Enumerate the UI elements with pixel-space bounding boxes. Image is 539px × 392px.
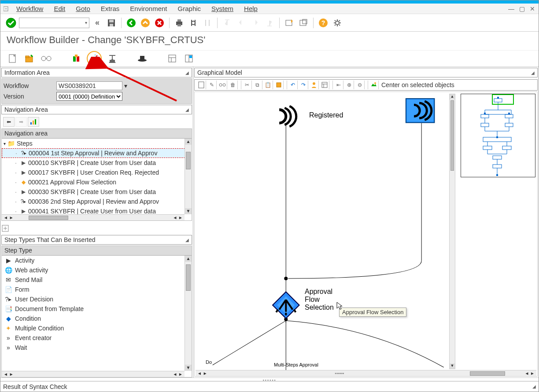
expand-icon[interactable] (1, 224, 9, 232)
find-icon[interactable] (187, 17, 199, 29)
svg-rect-34 (30, 122, 32, 125)
glasses-icon[interactable] (40, 52, 52, 65)
app-menu-icon[interactable] (3, 5, 10, 12)
layout1-icon[interactable] (166, 52, 178, 65)
steptype-item[interactable]: ?▸User Decision (2, 294, 192, 304)
menu-goto[interactable]: Goto (71, 4, 95, 13)
dropdown-icon[interactable]: ▾ (124, 82, 127, 89)
tree-item[interactable]: ·▶000030 SKYBFR | Create User from User … (2, 187, 192, 197)
statusbar-corner-icon[interactable]: ◢ (532, 384, 536, 389)
steptype-item[interactable]: ◆Condition (2, 314, 192, 323)
gm-paste-icon[interactable]: 📋 (263, 81, 273, 89)
hat-icon[interactable] (136, 52, 148, 65)
gm-edit-icon[interactable]: ✎ (207, 81, 217, 89)
secondary-toolbar (0, 51, 539, 66)
vertical-scrollbar[interactable]: ▲▼ (185, 139, 192, 214)
check-syntax-icon[interactable] (70, 52, 82, 65)
gm-zoomout-icon[interactable]: ⊖ (355, 81, 365, 89)
steptype-colheader: Step Type (2, 246, 192, 256)
shortcut-icon[interactable] (297, 17, 310, 29)
workflow-canvas[interactable]: Registered Approval Flow Selection Do Mu… (194, 92, 538, 377)
menu-environment[interactable]: Environment (126, 4, 171, 13)
new-doc-icon[interactable] (7, 52, 19, 65)
gm-overview-icon[interactable] (369, 81, 379, 89)
tree-item[interactable]: ·▶000010 SKYBFR | Create User from User … (2, 158, 192, 168)
workflow-value[interactable]: WS00389201 (56, 81, 122, 90)
panel-toggle-icon[interactable]: ◢ (185, 107, 189, 112)
back-button[interactable] (125, 17, 137, 29)
ok-button[interactable] (5, 17, 17, 29)
cancel-button[interactable] (153, 17, 166, 29)
svg-rect-33 (189, 55, 192, 58)
tree-item[interactable]: ·▶000017 SKYBFR | User Creation Req. Rej… (2, 168, 192, 177)
menu-system[interactable]: System (207, 4, 238, 13)
print-icon[interactable] (173, 17, 185, 29)
menu-help[interactable]: Help (240, 4, 262, 13)
canvas-hscroll[interactable]: ◄ ► ▪▪▪▪▪▪ ◄ ► (196, 370, 536, 376)
gm-undo-icon[interactable]: ↶ (288, 81, 298, 89)
splitter[interactable]: ▪▪▪▪▪▪ (0, 377, 539, 381)
layout2-icon[interactable] (183, 52, 195, 65)
panel-toggle-icon[interactable]: ◢ (185, 70, 189, 75)
back-double-icon[interactable]: « (91, 17, 103, 29)
help-icon[interactable]: ? (317, 17, 329, 29)
new-session-icon[interactable] (283, 17, 295, 29)
tree-folder-steps[interactable]: ▾ 📁 Steps (2, 139, 192, 148)
close-button[interactable]: ✕ (529, 5, 536, 12)
canvas-vscroll[interactable]: ▲ ▼ (449, 94, 455, 369)
svg-rect-38 (199, 82, 204, 88)
gm-redo-icon[interactable]: ↷ (299, 81, 308, 89)
panel-toggle-icon[interactable]: ◢ (185, 238, 189, 242)
tree-item[interactable]: ·◆000021 Approval Flow Selection (2, 177, 192, 187)
gm-delete-icon[interactable]: 🗑 (228, 81, 238, 89)
vertical-scrollbar[interactable]: ▲▼ (185, 256, 192, 371)
menu-workflow[interactable]: Workflow (12, 4, 48, 13)
horizontal-scrollbar[interactable]: ◄ ►◄ ► (2, 371, 185, 377)
svg-point-39 (219, 84, 222, 86)
steptype-item[interactable]: »Wait (2, 343, 192, 352)
gm-zoomin-icon[interactable]: ⊕ (344, 81, 354, 89)
steptype-list[interactable]: ▶Activity🌐Web activity✉Send Mail📄Form?▸U… (2, 256, 192, 377)
steptype-item[interactable]: ✦Multiple Condition (2, 323, 192, 333)
steptype-item[interactable]: 🌐Web activity (2, 265, 192, 275)
gm-copy-icon[interactable]: ⧉ (253, 81, 262, 89)
gm-new-icon[interactable] (196, 81, 206, 89)
command-field[interactable]: ▾ (19, 18, 89, 28)
steptype-item[interactable]: 📑Document from Template (2, 304, 192, 314)
horizontal-scrollbar[interactable]: ◄ ►◄ ► (2, 214, 185, 220)
nav-chart-icon[interactable] (28, 117, 39, 127)
menu-graphic[interactable]: Graphic (174, 4, 206, 13)
panel-toggle-icon[interactable]: ◢ (531, 70, 535, 75)
nav-tree[interactable]: ▾ 📁 Steps ·?▸000004 1st Step Approval | … (2, 139, 192, 220)
svg-rect-62 (493, 165, 502, 168)
gm-glasses-icon[interactable] (218, 81, 227, 89)
version-select[interactable]: 0001 (0000) Definition (56, 92, 122, 101)
test-icon[interactable] (106, 52, 118, 65)
tree-item[interactable]: ·?▸000004 1st Step Approval | Review and… (2, 148, 192, 158)
menu-extras[interactable]: Extras (96, 4, 124, 13)
gm-props-icon[interactable] (320, 81, 329, 89)
steptype-item[interactable]: ▶Activity (2, 256, 192, 265)
mini-map[interactable] (461, 94, 535, 177)
gm-center-label: Center on selected objects (381, 81, 454, 88)
gm-align-icon[interactable]: ⇤ (334, 81, 343, 89)
save-icon[interactable] (105, 17, 118, 29)
steptype-item[interactable]: »Event creator (2, 333, 192, 343)
svg-point-27 (97, 57, 98, 58)
settings-icon[interactable] (331, 17, 343, 29)
minimize-button[interactable]: — (508, 5, 515, 12)
open-icon[interactable] (23, 52, 36, 65)
menu-edit[interactable]: Edit (49, 4, 70, 13)
tree-item[interactable]: ·?▸000036 2nd Step Approval | Review and… (2, 197, 192, 206)
wizard-highlighted[interactable] (87, 51, 102, 66)
steptype-item[interactable]: 📄Form (2, 285, 192, 294)
maximize-button[interactable]: ▢ (518, 5, 525, 12)
nav-back-icon[interactable]: ⬅ (3, 117, 15, 127)
steptypes-panel: Step Type ▶Activity🌐Web activity✉Send Ma… (1, 245, 192, 377)
steptype-item[interactable]: ✉Send Mail (2, 275, 192, 285)
gm-block-icon[interactable] (274, 81, 284, 89)
gm-person-icon[interactable] (309, 81, 319, 89)
gm-cut-icon[interactable]: ✂ (242, 81, 252, 89)
up-button[interactable] (139, 17, 151, 29)
node-tooltip: Approval Flow Selection (339, 308, 406, 317)
